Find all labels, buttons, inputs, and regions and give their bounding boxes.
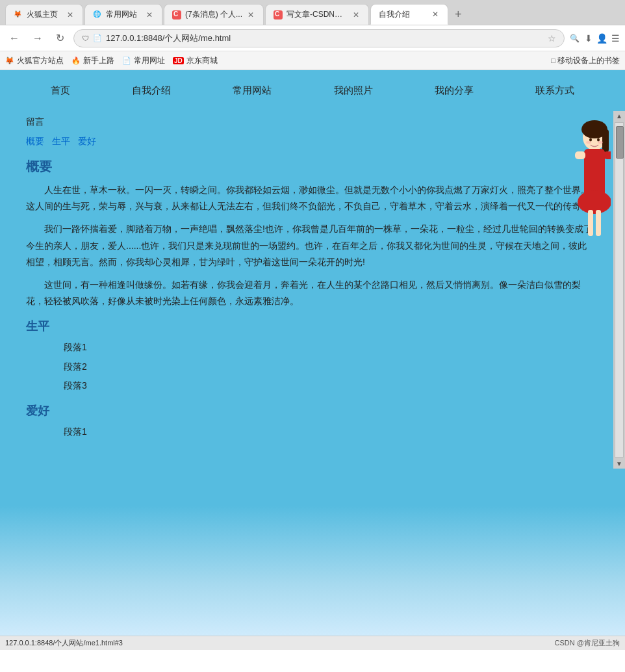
scroll-track[interactable] bbox=[615, 122, 624, 458]
nav-menu: 首页 自我介绍 常用网站 我的照片 我的分享 联系方式 bbox=[0, 70, 625, 111]
tab-shengping[interactable]: 生平 bbox=[52, 136, 70, 148]
shield-icon: 🛡 bbox=[82, 34, 89, 42]
para-1: 人生在世，草木一秋。一闪一灭，转瞬之间。你我都轻如云烟，渺如微尘。但就是无数个小… bbox=[26, 182, 594, 214]
bookmark-common[interactable]: 📄 常用网址 bbox=[122, 55, 165, 66]
tab-self-intro[interactable]: 自我介绍 ✕ bbox=[370, 4, 448, 25]
tab3-icon: C bbox=[172, 10, 181, 19]
jd-icon: JD bbox=[173, 57, 184, 64]
liuyan-label: 留言 bbox=[26, 111, 594, 133]
tab-label: 常用网站 bbox=[106, 9, 141, 20]
account-icon[interactable]: 👤 bbox=[596, 33, 607, 44]
new-tab-button[interactable]: + bbox=[450, 8, 467, 21]
scroll-up-arrow[interactable]: ▲ bbox=[615, 111, 624, 121]
tab-close-btn[interactable]: ✕ bbox=[351, 9, 361, 21]
refresh-button[interactable]: ↻ bbox=[52, 29, 68, 47]
tab-csdn-msg[interactable]: C (7条消息) 个人... ✕ bbox=[164, 4, 264, 25]
mobile-bookmarks[interactable]: □ 移动设备上的书签 bbox=[551, 55, 620, 66]
tab2-icon: 🌐 bbox=[93, 10, 102, 19]
tab-close-btn[interactable]: ✕ bbox=[246, 9, 255, 21]
tab-close-btn[interactable]: ✕ bbox=[66, 9, 75, 21]
para-2: 我们一路怀揣着爱，脚踏着万物，一声绝唱，飘然落尘!也许，你我曾是几百年前的一株草… bbox=[26, 221, 594, 270]
nav-common[interactable]: 常用网站 bbox=[227, 82, 277, 99]
status-url: 127.0.0.1:8848/个人网站/me1.html#3 bbox=[5, 638, 123, 648]
bookmark-label: 新手上路 bbox=[83, 55, 114, 66]
shengping-para-1: 段落1 bbox=[45, 339, 594, 355]
section-gaiyao: 概要 人生在世，草木一秋。一闪一灭，转瞬之间。你我都轻如云烟，渺如微尘。但就是无… bbox=[26, 158, 594, 309]
para-3: 这世间，有一种相逢叫做缘份。如若有缘，你我会迎着月，奔着光，在人生的某个岔路口相… bbox=[26, 277, 594, 309]
tab4-icon: C bbox=[274, 10, 283, 19]
aihao-title: 爱好 bbox=[26, 403, 594, 419]
menu-icon[interactable]: ☰ bbox=[611, 33, 620, 44]
status-bar: 127.0.0.1:8848/个人网站/me1.html#3 CSDN @肯尼亚… bbox=[0, 636, 625, 650]
shengping-title: 生平 bbox=[26, 318, 594, 334]
folder-icon: 📄 bbox=[122, 57, 131, 65]
download-icon[interactable]: ⬇ bbox=[585, 33, 593, 44]
tab-common-sites[interactable]: 🌐 常用网站 ✕ bbox=[84, 4, 162, 25]
firefox-icon: 🦊 bbox=[14, 10, 23, 19]
status-right: CSDN @肯尼亚土狗 bbox=[555, 638, 620, 648]
tab-label: 写文章-CSDN博... bbox=[287, 9, 348, 20]
address-extra: 🔍 bbox=[570, 34, 580, 43]
bookmark-firefox[interactable]: 🦊 火狐官方站点 bbox=[5, 55, 64, 66]
section-shengping: 生平 段落1 段落2 段落3 bbox=[26, 318, 594, 394]
shengping-para-2: 段落2 bbox=[45, 359, 594, 375]
tab-label: (7条消息) 个人... bbox=[185, 9, 242, 20]
nav-photo[interactable]: 我的照片 bbox=[329, 82, 378, 99]
nav-home[interactable]: 首页 bbox=[45, 82, 75, 99]
address-input[interactable] bbox=[106, 33, 544, 43]
zoom-icon: 🔍 bbox=[570, 34, 580, 43]
bookmark-label: 火狐官方站点 bbox=[17, 55, 64, 66]
browser-chrome: 🦊 火狐主页 ✕ 🌐 常用网站 ✕ C (7条消息) 个人... ✕ C 写文章… bbox=[0, 0, 625, 70]
scroll-thumb[interactable] bbox=[616, 126, 624, 159]
address-input-wrap[interactable]: 🛡 📄 ☆ bbox=[73, 29, 565, 47]
section-tabs: 概要 生平 爱好 bbox=[26, 136, 594, 148]
browser-actions: ⬇ 👤 ☰ bbox=[585, 33, 620, 44]
section-aihao: 爱好 段落1 bbox=[26, 403, 594, 440]
bookmark-newbie[interactable]: 🔥 新手上路 bbox=[71, 55, 114, 66]
bookmarks-bar: 🦊 火狐官方站点 🔥 新手上路 📄 常用网址 JD 京东商城 □ 移动设备上的书… bbox=[0, 51, 625, 70]
aihao-para-1: 段落1 bbox=[45, 424, 594, 440]
bookmark-jd[interactable]: JD 京东商城 bbox=[173, 55, 218, 66]
nav-contact[interactable]: 联系方式 bbox=[530, 82, 580, 99]
tab-close-btn[interactable]: ✕ bbox=[145, 9, 154, 21]
fire-icon: 🔥 bbox=[71, 57, 81, 65]
page-content: 首页 自我介绍 常用网站 我的照片 我的分享 联系方式 留言 概要 生平 爱好 … bbox=[0, 70, 625, 636]
nav-intro[interactable]: 自我介绍 bbox=[127, 82, 176, 99]
back-button[interactable]: ← bbox=[5, 30, 23, 47]
tab-bar: 🦊 火狐主页 ✕ 🌐 常用网站 ✕ C (7条消息) 个人... ✕ C 写文章… bbox=[0, 0, 625, 25]
bookmark-star-icon[interactable]: ☆ bbox=[548, 33, 556, 44]
cloud-background bbox=[0, 506, 625, 636]
scroll-down-arrow[interactable]: ▼ bbox=[615, 459, 624, 469]
bookmark-label: 常用网址 bbox=[134, 55, 165, 66]
tab-close-btn[interactable]: ✕ bbox=[431, 8, 440, 20]
nav-share[interactable]: 我的分享 bbox=[429, 82, 479, 99]
tab-firefox-home[interactable]: 🦊 火狐主页 ✕ bbox=[5, 4, 83, 25]
firefox-bookmark-icon: 🦊 bbox=[5, 57, 14, 65]
tab-gaiyao[interactable]: 概要 bbox=[26, 136, 44, 148]
tab-csdn-write[interactable]: C 写文章-CSDN博... ✕ bbox=[265, 4, 369, 25]
document-icon: 📄 bbox=[93, 34, 102, 42]
tab-label: 自我介绍 bbox=[379, 9, 427, 20]
tab-label: 火狐主页 bbox=[27, 9, 62, 20]
shengping-para-3: 段落3 bbox=[45, 378, 594, 394]
right-scrollbar: ▲ ▼ bbox=[613, 111, 625, 469]
main-content: 留言 概要 生平 爱好 概要 人生在世，草木一秋。一闪一灭，转瞬之间。你我都轻如… bbox=[0, 111, 613, 469]
bookmark-label: 京东商城 bbox=[186, 55, 218, 66]
gaiyao-title: 概要 bbox=[26, 158, 594, 175]
address-bar: ← → ↻ 🛡 📄 ☆ 🔍 ⬇ 👤 ☰ bbox=[0, 25, 625, 51]
tab-aihao[interactable]: 爱好 bbox=[78, 136, 96, 148]
forward-button[interactable]: → bbox=[29, 30, 47, 47]
